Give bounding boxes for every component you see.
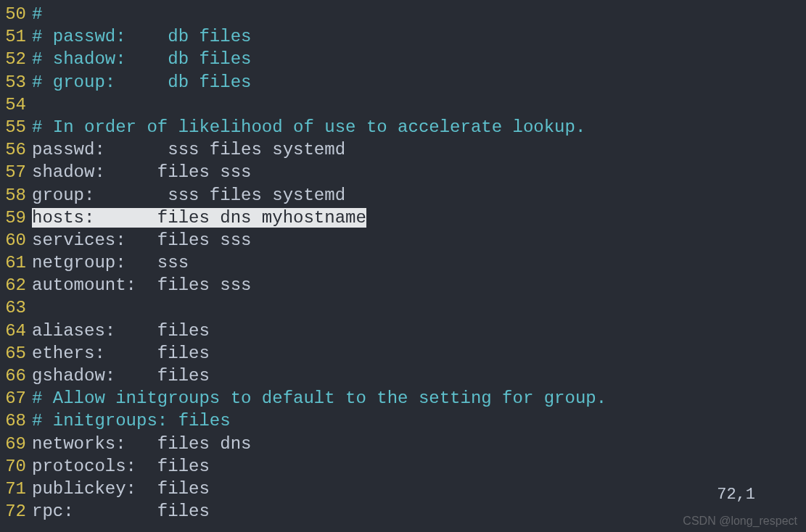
line-number: 62 xyxy=(0,274,32,296)
line-number: 71 xyxy=(0,478,32,500)
code-line[interactable]: 64aliases: files xyxy=(0,320,806,342)
line-number: 59 xyxy=(0,207,32,229)
line-content: hosts: files dns myhostname xyxy=(32,207,806,229)
line-content: protocols: files xyxy=(32,455,806,478)
line-content: gshadow: files xyxy=(32,365,806,387)
line-content: # passwd: db files xyxy=(32,25,806,48)
line-number: 64 xyxy=(0,320,32,342)
line-number: 52 xyxy=(0,48,32,70)
code-line[interactable]: 60services: files sss xyxy=(0,229,806,252)
code-line[interactable]: 67# Allow initgroups to default to the s… xyxy=(0,387,806,410)
code-line[interactable]: 58group: sss files systemd xyxy=(0,184,806,207)
code-line[interactable]: 62automount: files sss xyxy=(0,274,806,296)
code-line[interactable]: 61netgroup: sss xyxy=(0,252,806,274)
line-number: 56 xyxy=(0,138,32,161)
line-number: 72 xyxy=(0,500,32,523)
code-line[interactable]: 65ethers: files xyxy=(0,342,806,365)
code-line[interactable]: 66gshadow: files xyxy=(0,365,806,387)
code-line[interactable]: 63 xyxy=(0,296,806,319)
line-content: # shadow: db files xyxy=(32,48,806,70)
code-line[interactable]: 57shadow: files sss xyxy=(0,161,806,183)
line-content: # xyxy=(32,3,806,25)
line-number: 68 xyxy=(0,410,32,432)
line-content: # In order of likelihood of use to accel… xyxy=(32,116,806,138)
line-number: 50 xyxy=(0,3,32,25)
code-line[interactable]: 68# initgroups: files xyxy=(0,410,806,432)
code-line[interactable]: 50# xyxy=(0,3,806,25)
code-line[interactable]: 53# group: db files xyxy=(0,71,806,93)
terminal-editor[interactable]: 50#51# passwd: db files52# shadow: db fi… xyxy=(0,3,806,523)
code-line[interactable]: 52# shadow: db files xyxy=(0,48,806,70)
line-number: 66 xyxy=(0,365,32,387)
code-line[interactable]: 51# passwd: db files xyxy=(0,25,806,48)
line-content: automount: files sss xyxy=(32,274,806,296)
code-line[interactable]: 70protocols: files xyxy=(0,455,806,478)
line-content: # initgroups: files xyxy=(32,410,806,432)
line-content: services: files sss xyxy=(32,229,806,252)
line-content: group: sss files systemd xyxy=(32,184,806,207)
line-number: 57 xyxy=(0,161,32,183)
line-number: 65 xyxy=(0,342,32,365)
line-number: 60 xyxy=(0,229,32,252)
line-number: 63 xyxy=(0,296,32,319)
line-content xyxy=(32,296,806,319)
cursor-position: 72,1 xyxy=(717,485,755,506)
code-line[interactable]: 55# In order of likelihood of use to acc… xyxy=(0,116,806,138)
line-content: # group: db files xyxy=(32,71,806,93)
watermark: CSDN @long_respect xyxy=(683,514,797,529)
line-number: 58 xyxy=(0,184,32,207)
line-number: 70 xyxy=(0,455,32,478)
selected-text: hosts: files dns myhostname xyxy=(32,208,366,228)
line-content: ethers: files xyxy=(32,342,806,365)
line-content: aliases: files xyxy=(32,320,806,342)
line-content: passwd: sss files systemd xyxy=(32,138,806,161)
code-line[interactable]: 54 xyxy=(0,93,806,116)
line-content: # Allow initgroups to default to the set… xyxy=(32,387,806,410)
line-content xyxy=(32,93,806,116)
code-line[interactable]: 71publickey: files xyxy=(0,478,806,500)
line-number: 51 xyxy=(0,25,32,48)
line-number: 55 xyxy=(0,116,32,138)
line-content: shadow: files sss xyxy=(32,161,806,183)
code-line[interactable]: 69networks: files dns xyxy=(0,433,806,455)
line-number: 67 xyxy=(0,387,32,410)
line-content: netgroup: sss xyxy=(32,252,806,274)
line-content: networks: files dns xyxy=(32,433,806,455)
line-content: publickey: files xyxy=(32,478,806,500)
line-number: 61 xyxy=(0,252,32,274)
code-line[interactable]: 59hosts: files dns myhostname xyxy=(0,207,806,229)
line-number: 53 xyxy=(0,71,32,93)
code-line[interactable]: 56passwd: sss files systemd xyxy=(0,138,806,161)
line-number: 69 xyxy=(0,433,32,455)
line-number: 54 xyxy=(0,93,32,116)
